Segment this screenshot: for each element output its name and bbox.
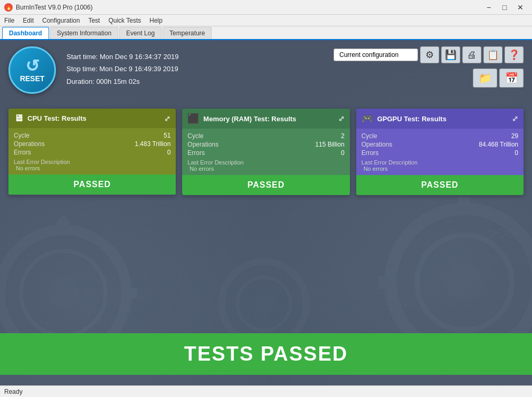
start-time-row: Start time: Mon Dec 9 16:34:37 2019 [66,51,178,63]
ram-errors-row: Errors 0 [187,149,344,157]
menu-edit[interactable]: Edit [18,15,38,26]
ram-last-error-label: Last Error Description [187,159,243,166]
cpu-expand-icon[interactable]: ⤢ [164,114,170,123]
ram-card-title: Memory (RAM) Test: Results [203,115,296,123]
svg-point-2 [48,277,79,309]
cpu-cycle-label: Cycle [14,132,30,139]
ram-operations-row: Operations 115 Billion [187,140,344,149]
gpu-cycle-value: 29 [511,132,518,140]
tests-passed-banner: TESTS PASSED [0,333,532,375]
minimize-button[interactable]: − [481,2,496,13]
gpu-operations-value: 84.468 Trillion [479,141,518,148]
gpu-card-header: 🎮 GPGPU Test: Results ⤢ [356,109,524,129]
ram-expand-icon[interactable]: ⤢ [338,114,345,123]
cpu-icon: 🖥 [14,113,23,124]
gpu-passed-button[interactable]: PASSED [356,175,524,195]
cpu-header-left: 🖥 CPU Test: Results [14,113,87,124]
gpu-cycle-label: Cycle [362,132,377,140]
ram-no-errors: No errors [189,166,344,172]
ram-passed-button[interactable]: PASSED [182,175,349,195]
reset-arrow-icon: ↺ [25,57,40,74]
reset-button[interactable]: ↺ RESET [8,46,56,94]
ram-test-card: ⬛ Memory (RAM) Test: Results ⤢ Cycle 2 O… [182,109,349,195]
gpu-error-section: Last Error Description No errors [362,159,518,172]
tab-event-log[interactable]: Event Log [119,27,162,39]
cpu-errors-value: 0 [167,149,171,156]
ram-cycle-row: Cycle 2 [187,132,344,140]
cpu-no-errors: No errors [16,165,170,171]
gpu-cycle-row: Cycle 29 [362,132,518,140]
ram-card-header: ⬛ Memory (RAM) Test: Results ⤢ [182,109,349,129]
gpu-card-body: Cycle 29 Operations 84.468 Trillion Erro… [356,129,524,175]
tab-temperature[interactable]: Temperature [163,27,212,39]
cpu-card-header: 🖥 CPU Test: Results ⤢ [8,109,176,128]
svg-rect-27 [404,298,411,305]
status-bar: Ready [0,385,532,397]
stop-time-label: Stop time: [66,65,98,73]
ram-cycle-value: 2 [341,132,345,140]
ram-errors-value: 0 [341,149,345,157]
app-title: BurnInTest V9.0 Pro (1006) [16,4,481,11]
cpu-errors-label: Errors [14,149,31,156]
cpu-cycle-row: Cycle 51 [14,131,170,140]
cpu-errors-row: Errors 0 [14,148,170,157]
close-button[interactable]: ✕ [513,2,528,13]
tab-bar: Dashboard System Information Event Log T… [0,26,532,40]
duration-row: Duration: 000h 15m 02s [66,75,178,88]
gpu-test-card: 🎮 GPGPU Test: Results ⤢ Cycle 29 Operati… [356,109,524,195]
start-time-value: Mon Dec 9 16:34:37 2019 [100,53,179,61]
cards-area: 🖥 CPU Test: Results ⤢ Cycle 51 Operation… [0,104,532,199]
ram-operations-label: Operations [187,141,218,148]
status-text: Ready [4,388,23,395]
top-area: ↺ RESET Start time: Mon Dec 9 16:34:37 2… [0,40,532,100]
ram-cycle-label: Cycle [187,132,203,140]
svg-text:>: > [507,221,519,245]
tab-dashboard[interactable]: Dashboard [2,27,49,39]
svg-rect-5 [0,288,5,298]
svg-rect-14 [379,276,397,289]
menu-file[interactable]: File [0,15,18,26]
svg-rect-6 [121,288,137,298]
stop-time-value: Mon Dec 9 16:49:39 2019 [99,65,178,73]
gpu-expand-icon[interactable]: ⤢ [512,114,518,123]
cpu-operations-value: 1.483 Trillion [135,140,170,148]
menu-configuration[interactable]: Configuration [38,15,84,26]
ram-card-body: Cycle 2 Operations 115 Billion Errors 0 … [182,129,349,175]
menu-test[interactable]: Test [84,15,104,26]
ram-error-section: Last Error Description No errors [187,159,344,172]
start-time-label: Start time: [66,53,98,61]
cpu-passed-button[interactable]: PASSED [8,175,176,195]
window-controls: − □ ✕ [481,2,528,13]
cpu-last-error-label: Last Error Description [14,159,70,165]
gpu-errors-label: Errors [362,149,379,157]
gpu-icon: 🎮 [362,113,373,124]
gpu-operations-label: Operations [362,141,393,148]
cpu-operations-row: Operations 1.483 Trillion [14,140,170,148]
maximize-button[interactable]: □ [497,2,512,13]
svg-point-11 [446,264,483,301]
tab-system-information[interactable]: System Information [50,27,118,39]
title-bar: 🔥 BurnInTest V9.0 Pro (1006) − □ ✕ [0,0,532,15]
gpu-header-left: 🎮 GPGPU Test: Results [362,113,446,124]
menu-quick-tests[interactable]: Quick Tests [104,15,145,26]
svg-rect-12 [458,197,471,215]
cpu-card-body: Cycle 51 Operations 1.483 Trillion Error… [8,128,176,175]
gpu-errors-row: Errors 0 [362,149,518,157]
duration-value: 000h 15m 02s [96,78,139,85]
ram-header-left: ⬛ Memory (RAM) Test: Results [187,113,296,124]
gpu-operations-row: Operations 84.468 Trillion [362,140,518,149]
menu-bar: File Edit Configuration Test Quick Tests… [0,15,532,26]
app-icon: 🔥 [4,3,13,12]
gpu-no-errors: No errors [364,166,518,172]
stop-time-row: Stop time: Mon Dec 9 16:49:39 2019 [66,63,178,75]
reset-label: RESET [20,74,45,83]
ram-icon: ⬛ [187,113,199,124]
cpu-error-section: Last Error Description No errors [14,159,170,171]
ram-errors-label: Errors [187,149,205,157]
cpu-test-card: 🖥 CPU Test: Results ⤢ Cycle 51 Operation… [8,109,176,195]
ram-operations-value: 115 Billion [315,141,344,148]
menu-help[interactable]: Help [145,15,167,26]
main-content: >> > Current configuration ⚙ 💾 🖨 📋 ❓ [0,40,532,385]
cpu-card-title: CPU Test: Results [27,114,87,122]
duration-label: Duration: [66,78,94,85]
